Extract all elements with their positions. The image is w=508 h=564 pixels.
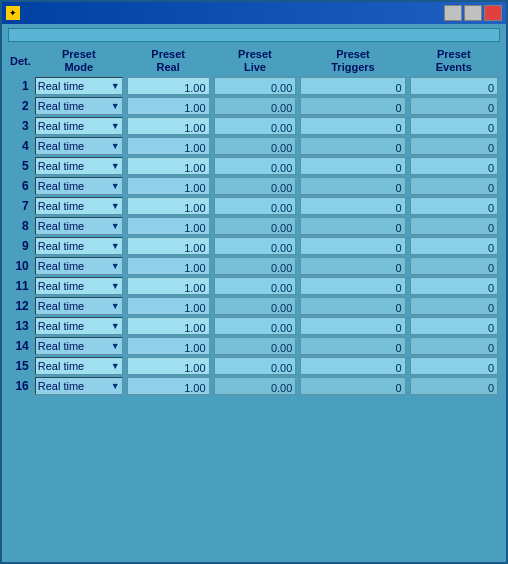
real-input[interactable]: 1.00 bbox=[127, 177, 210, 195]
mode-select[interactable]: Real time ▼ bbox=[35, 377, 123, 395]
live-cell: 0.00 bbox=[212, 296, 299, 316]
mode-select[interactable]: Real time ▼ bbox=[35, 277, 123, 295]
real-input[interactable]: 1.00 bbox=[127, 217, 210, 235]
events-input[interactable]: 0 bbox=[410, 357, 498, 375]
mode-select[interactable]: Real time ▼ bbox=[35, 317, 123, 335]
mode-select[interactable]: Real time ▼ bbox=[35, 97, 123, 115]
dropdown-arrow-icon: ▼ bbox=[111, 141, 120, 151]
events-input[interactable]: 0 bbox=[410, 177, 498, 195]
dropdown-arrow-icon: ▼ bbox=[111, 121, 120, 131]
mode-cell: Real time ▼ bbox=[33, 116, 125, 136]
live-cell: 0.00 bbox=[212, 136, 299, 156]
real-input[interactable]: 1.00 bbox=[127, 117, 210, 135]
events-cell: 0 bbox=[408, 276, 500, 296]
events-input[interactable]: 0 bbox=[410, 77, 498, 95]
triggers-input[interactable]: 0 bbox=[300, 117, 405, 135]
triggers-input[interactable]: 0 bbox=[300, 97, 405, 115]
real-input[interactable]: 1.00 bbox=[127, 297, 210, 315]
live-input[interactable]: 0.00 bbox=[214, 317, 297, 335]
triggers-cell: 0 bbox=[298, 156, 407, 176]
live-input[interactable]: 0.00 bbox=[214, 77, 297, 95]
live-input[interactable]: 0.00 bbox=[214, 237, 297, 255]
mode-select[interactable]: Real time ▼ bbox=[35, 157, 123, 175]
live-input[interactable]: 0.00 bbox=[214, 277, 297, 295]
events-input[interactable]: 0 bbox=[410, 137, 498, 155]
triggers-input[interactable]: 0 bbox=[300, 317, 405, 335]
mode-select[interactable]: Real time ▼ bbox=[35, 137, 123, 155]
close-button[interactable] bbox=[484, 5, 502, 21]
live-input[interactable]: 0.00 bbox=[214, 217, 297, 235]
mode-select[interactable]: Real time ▼ bbox=[35, 237, 123, 255]
dropdown-arrow-icon: ▼ bbox=[111, 361, 120, 371]
triggers-input[interactable]: 0 bbox=[300, 337, 405, 355]
live-input[interactable]: 0.00 bbox=[214, 177, 297, 195]
live-input[interactable]: 0.00 bbox=[214, 197, 297, 215]
mode-value: Real time bbox=[38, 120, 84, 132]
live-input[interactable]: 0.00 bbox=[214, 297, 297, 315]
triggers-input[interactable]: 0 bbox=[300, 257, 405, 275]
events-input[interactable]: 0 bbox=[410, 297, 498, 315]
triggers-input[interactable]: 0 bbox=[300, 277, 405, 295]
mode-value: Real time bbox=[38, 320, 84, 332]
real-input[interactable]: 1.00 bbox=[127, 337, 210, 355]
triggers-input[interactable]: 0 bbox=[300, 197, 405, 215]
triggers-input[interactable]: 0 bbox=[300, 217, 405, 235]
events-input[interactable]: 0 bbox=[410, 117, 498, 135]
table-container: Det. PresetMode PresetReal PresetLive Pr… bbox=[8, 46, 500, 558]
live-input[interactable]: 0.00 bbox=[214, 357, 297, 375]
triggers-input[interactable]: 0 bbox=[300, 377, 405, 395]
events-input[interactable]: 0 bbox=[410, 197, 498, 215]
triggers-input[interactable]: 0 bbox=[300, 77, 405, 95]
live-input[interactable]: 0.00 bbox=[214, 377, 297, 395]
real-input[interactable]: 1.00 bbox=[127, 77, 210, 95]
mode-select[interactable]: Real time ▼ bbox=[35, 297, 123, 315]
real-input[interactable]: 1.00 bbox=[127, 317, 210, 335]
live-cell: 0.00 bbox=[212, 356, 299, 376]
mode-select[interactable]: Real time ▼ bbox=[35, 77, 123, 95]
real-input[interactable]: 1.00 bbox=[127, 257, 210, 275]
mode-select[interactable]: Real time ▼ bbox=[35, 337, 123, 355]
events-input[interactable]: 0 bbox=[410, 277, 498, 295]
real-input[interactable]: 1.00 bbox=[127, 197, 210, 215]
real-input[interactable]: 1.00 bbox=[127, 97, 210, 115]
events-input[interactable]: 0 bbox=[410, 317, 498, 335]
events-input[interactable]: 0 bbox=[410, 237, 498, 255]
triggers-input[interactable]: 0 bbox=[300, 297, 405, 315]
mode-select[interactable]: Real time ▼ bbox=[35, 357, 123, 375]
mode-select[interactable]: Real time ▼ bbox=[35, 197, 123, 215]
mode-select[interactable]: Real time ▼ bbox=[35, 117, 123, 135]
mode-select[interactable]: Real time ▼ bbox=[35, 257, 123, 275]
real-input[interactable]: 1.00 bbox=[127, 377, 210, 395]
triggers-input[interactable]: 0 bbox=[300, 237, 405, 255]
real-input[interactable]: 1.00 bbox=[127, 237, 210, 255]
events-input[interactable]: 0 bbox=[410, 377, 498, 395]
events-input[interactable]: 0 bbox=[410, 217, 498, 235]
live-input[interactable]: 0.00 bbox=[214, 157, 297, 175]
triggers-input[interactable]: 0 bbox=[300, 177, 405, 195]
mode-value: Real time bbox=[38, 80, 84, 92]
events-input[interactable]: 0 bbox=[410, 257, 498, 275]
live-input[interactable]: 0.00 bbox=[214, 337, 297, 355]
triggers-input[interactable]: 0 bbox=[300, 137, 405, 155]
triggers-input[interactable]: 0 bbox=[300, 157, 405, 175]
real-input[interactable]: 1.00 bbox=[127, 137, 210, 155]
real-input[interactable]: 1.00 bbox=[127, 357, 210, 375]
live-input[interactable]: 0.00 bbox=[214, 117, 297, 135]
events-input[interactable]: 0 bbox=[410, 97, 498, 115]
live-input[interactable]: 0.00 bbox=[214, 257, 297, 275]
triggers-input[interactable]: 0 bbox=[300, 357, 405, 375]
mode-select[interactable]: Real time ▼ bbox=[35, 217, 123, 235]
minimize-button[interactable] bbox=[444, 5, 462, 21]
events-cell: 0 bbox=[408, 336, 500, 356]
live-input[interactable]: 0.00 bbox=[214, 97, 297, 115]
maximize-button[interactable] bbox=[464, 5, 482, 21]
live-cell: 0.00 bbox=[212, 276, 299, 296]
mode-select[interactable]: Real time ▼ bbox=[35, 177, 123, 195]
det-number: 9 bbox=[8, 236, 33, 256]
real-input[interactable]: 1.00 bbox=[127, 157, 210, 175]
events-input[interactable]: 0 bbox=[410, 157, 498, 175]
events-input[interactable]: 0 bbox=[410, 337, 498, 355]
live-input[interactable]: 0.00 bbox=[214, 137, 297, 155]
real-input[interactable]: 1.00 bbox=[127, 277, 210, 295]
real-cell: 1.00 bbox=[125, 196, 212, 216]
